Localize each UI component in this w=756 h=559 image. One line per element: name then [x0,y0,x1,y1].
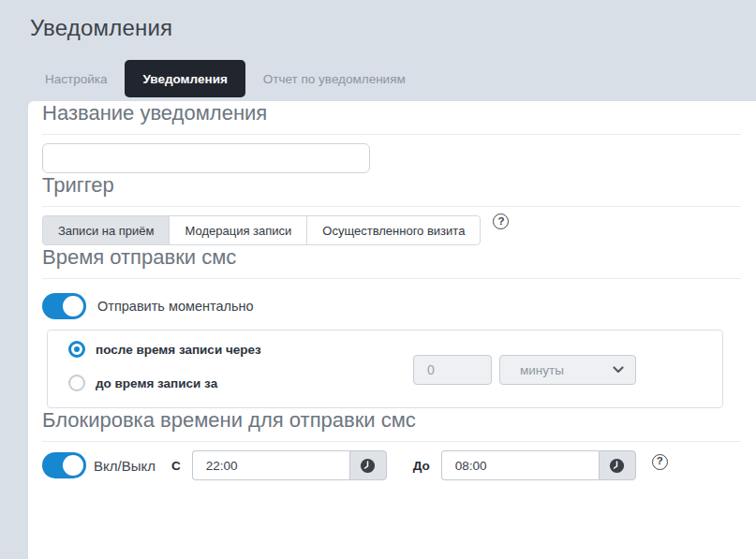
instant-send-label: Отправить моментально [97,299,254,314]
section-heading-send-time: Время отправки смс [42,245,741,270]
block-to-input[interactable] [441,450,599,480]
toggle-knob [63,296,83,316]
section-heading-blocking: Блокировка времени для отправки смс [42,408,741,433]
block-to-clock-button[interactable] [599,450,636,480]
section-heading-trigger: Триггер [42,173,741,198]
trigger-option-completed-visit[interactable]: Осуществленного визита [306,215,481,245]
block-to-label: До [413,459,430,473]
page-title: Уведомления [30,15,172,41]
block-from-clock-button[interactable] [349,450,387,480]
divider [42,441,741,442]
tab-settings[interactable]: Настройка [32,60,120,97]
instant-send-row: Отправить моментально [42,293,741,319]
radio-button-icon[interactable] [68,375,85,391]
radio-after-label: после время записи через [96,343,261,357]
radio-before-label: до время записи за [96,376,217,390]
radio-after-appointment[interactable]: после время записи через [68,341,261,358]
divider [42,134,741,135]
delay-unit-value: минуты [520,363,564,377]
radio-button-icon[interactable] [68,341,85,358]
delay-unit-select: минуты [499,355,636,385]
chevron-down-icon [613,366,624,374]
instant-send-toggle[interactable] [42,293,86,319]
trigger-segmented-control: Записи на приём Модерация записи Осущест… [42,215,481,245]
trigger-options-row: Записи на приём Модерация записи Осущест… [42,215,741,245]
content-card: Название уведомления Триггер Записи на п… [28,101,756,559]
block-from-group [192,450,387,480]
clock-icon [360,458,376,474]
clock-icon [609,458,625,474]
trigger-help-icon[interactable]: ? [493,213,509,229]
block-from-input[interactable] [192,450,349,480]
block-from-label: С [171,459,181,473]
delay-amount-input [413,355,492,385]
blocking-toggle[interactable] [42,452,86,478]
divider [42,278,741,279]
radio-before-appointment[interactable]: до время записи за [68,375,217,391]
trigger-option-appointment[interactable]: Записи на приём [42,215,170,245]
blocking-help-icon[interactable]: ? [652,454,668,470]
tab-notifications-report[interactable]: Отчет по уведомлениям [250,60,419,97]
divider [42,206,741,207]
notification-name-input[interactable] [42,143,370,173]
page-header: Уведомления Настройка Уведомления Отчет … [0,0,756,101]
blocking-toggle-label: Вкл/Выкл [94,458,156,474]
tab-bar: Настройка Уведомления Отчет по уведомлен… [32,60,419,97]
send-delay-panel: после время записи через до время записи… [47,330,723,408]
blocking-controls-row: Вкл/Выкл С До ? [42,450,741,480]
trigger-option-moderation[interactable]: Модерация записи [169,215,307,245]
block-to-group [441,450,636,480]
section-heading-name: Название уведомления [42,101,741,125]
tab-notifications[interactable]: Уведомления [125,60,245,97]
toggle-knob [63,455,83,476]
